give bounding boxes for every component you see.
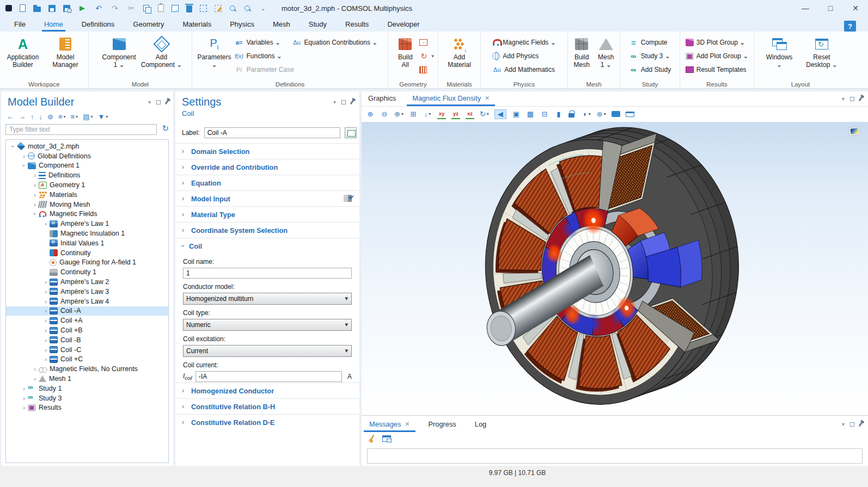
pin-icon[interactable] [859, 96, 863, 101]
find-icon[interactable] [229, 5, 236, 12]
variables-button[interactable]: a=Variables ⌄ [235, 37, 291, 48]
filter-icon[interactable]: ▼▾ [97, 113, 108, 121]
mail-table-icon[interactable] [382, 435, 391, 442]
paste-icon[interactable] [158, 4, 164, 12]
expand-icon[interactable]: ≡▾ [58, 113, 66, 121]
mesh-1-button[interactable]: Mesh 1 ⌄ [595, 35, 618, 69]
tree-chevron-icon[interactable] [20, 385, 28, 392]
rename-icon[interactable] [345, 127, 357, 138]
zoom-out-icon[interactable]: ⊖ [380, 109, 389, 119]
tree-chevron-icon[interactable] [31, 375, 39, 382]
tree-item[interactable]: Initial Values 1 [6, 238, 168, 248]
tree-chevron-icon[interactable] [42, 317, 50, 324]
equation-contributions-button[interactable]: ΔuEquation Contributions ⌄ [292, 37, 385, 48]
graphics-canvas[interactable] [362, 122, 868, 415]
tree-chevron-icon[interactable] [20, 153, 28, 159]
menu-tab[interactable]: Mesh [273, 16, 290, 32]
float-icon[interactable] [850, 422, 854, 427]
settings-section-header[interactable]: › Override and Contribution [175, 159, 359, 175]
contrast-icon[interactable]: ▮ [554, 109, 563, 119]
messages-output[interactable] [367, 448, 863, 464]
zoom-box-icon[interactable]: ⊕ [394, 109, 404, 119]
menu-tab[interactable]: Materials [182, 16, 211, 32]
application-builder-button[interactable]: AApplication Builder [2, 35, 44, 69]
select-icon[interactable] [200, 5, 207, 12]
tree-item[interactable]: Results [6, 403, 168, 413]
tree-item[interactable]: Study 1 [6, 384, 168, 393]
orientation-icon[interactable]: ↓ [423, 109, 432, 119]
lock-icon[interactable] [569, 109, 577, 119]
back-icon[interactable]: ← [7, 113, 14, 121]
tree-chevron-icon[interactable] [20, 162, 28, 169]
refresh-icon[interactable]: ↻ [162, 124, 169, 133]
tree-item[interactable]: Study 3 [6, 393, 168, 403]
functions-button[interactable]: f(x)Functions ⌄ [235, 51, 291, 61]
app-icon[interactable] [5, 5, 12, 11]
add-component-button[interactable]: Add Component ⌄ [141, 35, 182, 69]
print-icon[interactable] [626, 112, 634, 117]
tree-item[interactable]: Gauge Fixing for A-field 1 [6, 258, 168, 268]
tree-chevron-icon[interactable] [42, 298, 50, 305]
forward-icon[interactable]: → [19, 113, 26, 121]
tree-chevron-icon[interactable] [31, 182, 39, 188]
move-up-icon[interactable]: ↑ [30, 113, 34, 121]
windows-button[interactable]: Windows ⌄ [759, 35, 800, 69]
tab-graphics[interactable]: Graphics [367, 94, 397, 106]
close-button[interactable]: ✕ [843, 0, 868, 16]
tree-chevron-icon[interactable] [31, 366, 39, 372]
zoom-in-icon[interactable]: ⊕ [366, 109, 375, 119]
compute-button[interactable]: =Compute [629, 37, 671, 48]
model-manager-button[interactable]: Model Manager [45, 35, 86, 69]
tab-log[interactable]: Log [474, 420, 487, 432]
tree-item[interactable]: Magnetic Insulation 1 [6, 229, 168, 238]
clear-selection-icon[interactable] [215, 5, 222, 12]
import-button[interactable] [419, 37, 434, 48]
help-icon[interactable]: ? [844, 21, 856, 32]
filter-input[interactable]: Type filter text [5, 124, 157, 135]
close-tab-icon[interactable]: ✕ [485, 95, 490, 102]
menu-tab[interactable]: Results [345, 16, 369, 32]
add-physics-button[interactable]: Add Physics [492, 51, 555, 61]
delete-icon[interactable] [186, 5, 192, 13]
plot-data-icon[interactable]: ⊟ [540, 109, 549, 119]
tree-item[interactable]: Coil -C [6, 345, 168, 355]
tab-progress[interactable]: Progress [427, 420, 457, 432]
appearance-icon[interactable]: ◐ [583, 109, 591, 119]
save-icon[interactable] [48, 5, 56, 12]
view-yz-icon[interactable]: yz [451, 109, 460, 119]
settings-section-header[interactable]: › Constitutive Relation D-E [175, 414, 359, 430]
tree-chevron-icon[interactable] [42, 347, 50, 353]
label-input[interactable]: Coil -A [204, 127, 340, 138]
tree-chevron-icon[interactable] [20, 395, 28, 402]
view-xz-icon[interactable]: xz [466, 109, 474, 119]
float-icon[interactable] [156, 100, 161, 104]
add-study-button[interactable]: ∞Add Study [629, 64, 671, 75]
tree-chevron-icon[interactable] [42, 279, 50, 285]
tree-item[interactable]: Ampère's Law 3 [6, 287, 168, 297]
tree-item[interactable]: Ampère's Law 2 [6, 277, 168, 287]
transparency-icon[interactable]: ▣ [512, 109, 521, 119]
save-as-icon[interactable] [63, 5, 70, 12]
menu-tab[interactable]: Physics [230, 16, 254, 32]
tree-chevron-icon[interactable] [42, 337, 50, 343]
reset-desktop-button[interactable]: Reset Desktop ⌄ [801, 35, 842, 69]
plot-3d-button[interactable]: 3D Plot Group ⌄ [686, 37, 748, 48]
tree-item[interactable]: Continuity [6, 248, 168, 258]
rotate-icon[interactable]: ↻ [480, 109, 489, 119]
tree-item[interactable]: motor_3d_2.mph [6, 141, 168, 151]
chevron-down-icon[interactable]: ▾ [842, 96, 845, 102]
tree-item[interactable]: Definitions [6, 170, 168, 180]
tree-chevron-icon[interactable] [42, 220, 50, 227]
tree-chevron-icon[interactable] [9, 143, 17, 150]
minimize-button[interactable]: — [793, 0, 818, 16]
tree-chevron-icon[interactable] [42, 356, 50, 362]
duplicate-icon[interactable] [172, 5, 179, 12]
tree-item[interactable]: Coil -A [6, 306, 168, 316]
move-down-icon[interactable]: ↓ [39, 113, 43, 121]
tree-item[interactable]: Coil +C [6, 355, 168, 365]
tree-item[interactable]: Magnetic Fields [6, 209, 168, 219]
environment-icon[interactable]: ⊛ [597, 109, 606, 119]
float-icon[interactable] [341, 100, 346, 104]
tree-item[interactable]: Continuity 1 [6, 267, 168, 277]
parameters-button[interactable]: PiParameters ⌄ [195, 35, 234, 69]
